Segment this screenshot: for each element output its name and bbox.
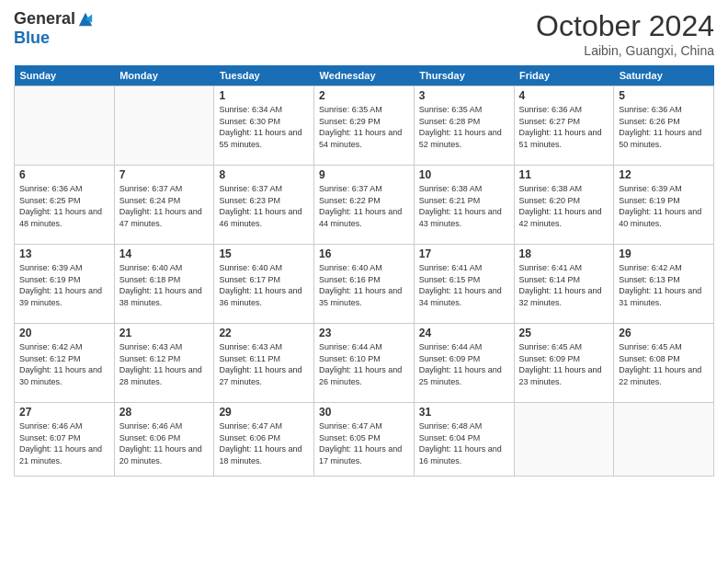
- day-info: Sunrise: 6:35 AMSunset: 6:28 PMDaylight:…: [419, 104, 509, 150]
- day-number: 27: [19, 406, 109, 419]
- day-number: 21: [119, 327, 210, 339]
- day-info: Sunrise: 6:36 AMSunset: 6:27 PMDaylight:…: [519, 104, 609, 150]
- calendar-cell: 23Sunrise: 6:44 AMSunset: 6:10 PMDayligh…: [314, 324, 415, 403]
- calendar-day-header: Tuesday: [214, 65, 314, 86]
- day-info: Sunrise: 6:40 AMSunset: 6:16 PMDaylight:…: [319, 262, 409, 308]
- day-number: 2: [319, 89, 409, 102]
- day-number: 11: [519, 168, 609, 181]
- logo-icon: [77, 11, 94, 28]
- day-number: 1: [219, 89, 309, 102]
- day-number: 3: [419, 89, 509, 102]
- calendar-day-header: Saturday: [614, 65, 714, 86]
- day-info: Sunrise: 6:46 AMSunset: 6:06 PMDaylight:…: [119, 420, 210, 466]
- day-info: Sunrise: 6:34 AMSunset: 6:30 PMDaylight:…: [219, 104, 309, 150]
- calendar-cell: 21Sunrise: 6:43 AMSunset: 6:12 PMDayligh…: [114, 324, 214, 403]
- page: General Blue October 2024 Laibin, Guangx…: [0, 0, 728, 563]
- calendar-cell: 16Sunrise: 6:40 AMSunset: 6:16 PMDayligh…: [314, 245, 415, 324]
- day-number: 29: [219, 406, 309, 419]
- day-info: Sunrise: 6:44 AMSunset: 6:10 PMDaylight:…: [319, 341, 409, 387]
- calendar-cell: 2Sunrise: 6:35 AMSunset: 6:29 PMDaylight…: [314, 86, 415, 166]
- calendar-cell: 11Sunrise: 6:38 AMSunset: 6:20 PMDayligh…: [514, 166, 614, 245]
- day-number: 17: [419, 247, 509, 260]
- calendar-cell: 13Sunrise: 6:39 AMSunset: 6:19 PMDayligh…: [15, 245, 115, 324]
- day-info: Sunrise: 6:45 AMSunset: 6:09 PMDaylight:…: [519, 341, 609, 387]
- day-info: Sunrise: 6:47 AMSunset: 6:05 PMDaylight:…: [319, 420, 409, 466]
- calendar-cell: 18Sunrise: 6:41 AMSunset: 6:14 PMDayligh…: [514, 245, 614, 324]
- day-info: Sunrise: 6:44 AMSunset: 6:09 PMDaylight:…: [419, 341, 509, 387]
- day-number: 6: [19, 168, 109, 181]
- day-info: Sunrise: 6:37 AMSunset: 6:22 PMDaylight:…: [319, 183, 409, 229]
- day-info: Sunrise: 6:38 AMSunset: 6:20 PMDaylight:…: [519, 183, 609, 229]
- day-number: 24: [419, 327, 509, 339]
- calendar-cell: 24Sunrise: 6:44 AMSunset: 6:09 PMDayligh…: [414, 324, 514, 403]
- calendar-cell: 28Sunrise: 6:46 AMSunset: 6:06 PMDayligh…: [114, 403, 214, 477]
- calendar-cell: 7Sunrise: 6:37 AMSunset: 6:24 PMDaylight…: [114, 166, 214, 245]
- calendar-cell: 30Sunrise: 6:47 AMSunset: 6:05 PMDayligh…: [314, 403, 415, 477]
- day-number: 7: [119, 168, 210, 181]
- day-number: 15: [219, 247, 309, 260]
- calendar-cell: 5Sunrise: 6:36 AMSunset: 6:26 PMDaylight…: [614, 86, 714, 166]
- calendar-header-row: SundayMondayTuesdayWednesdayThursdayFrid…: [15, 65, 714, 86]
- day-number: 30: [319, 406, 409, 419]
- calendar-cell: 25Sunrise: 6:45 AMSunset: 6:09 PMDayligh…: [514, 324, 614, 403]
- calendar-cell: 26Sunrise: 6:45 AMSunset: 6:08 PMDayligh…: [614, 324, 714, 403]
- logo-general-text: General: [14, 9, 75, 29]
- calendar-day-header: Wednesday: [314, 65, 415, 86]
- logo: General Blue: [14, 9, 94, 48]
- day-info: Sunrise: 6:36 AMSunset: 6:25 PMDaylight:…: [19, 183, 109, 229]
- calendar-cell: 27Sunrise: 6:46 AMSunset: 6:07 PMDayligh…: [15, 403, 115, 477]
- calendar-cell: 14Sunrise: 6:40 AMSunset: 6:18 PMDayligh…: [114, 245, 214, 324]
- day-number: 26: [619, 327, 709, 339]
- calendar-cell: 6Sunrise: 6:36 AMSunset: 6:25 PMDaylight…: [15, 166, 115, 245]
- calendar-cell: 22Sunrise: 6:43 AMSunset: 6:11 PMDayligh…: [214, 324, 314, 403]
- day-info: Sunrise: 6:36 AMSunset: 6:26 PMDaylight:…: [619, 104, 709, 150]
- day-info: Sunrise: 6:40 AMSunset: 6:18 PMDaylight:…: [119, 262, 210, 308]
- day-info: Sunrise: 6:48 AMSunset: 6:04 PMDaylight:…: [419, 420, 509, 466]
- day-info: Sunrise: 6:39 AMSunset: 6:19 PMDaylight:…: [619, 183, 709, 229]
- calendar-day-header: Friday: [514, 65, 614, 86]
- day-info: Sunrise: 6:40 AMSunset: 6:17 PMDaylight:…: [219, 262, 309, 308]
- calendar-cell: 15Sunrise: 6:40 AMSunset: 6:17 PMDayligh…: [214, 245, 314, 324]
- calendar-day-header: Monday: [114, 65, 214, 86]
- calendar-cell: 9Sunrise: 6:37 AMSunset: 6:22 PMDaylight…: [314, 166, 415, 245]
- day-info: Sunrise: 6:47 AMSunset: 6:06 PMDaylight:…: [219, 420, 309, 466]
- day-number: 9: [319, 168, 409, 181]
- day-info: Sunrise: 6:45 AMSunset: 6:08 PMDaylight:…: [619, 341, 709, 387]
- day-number: 4: [519, 89, 609, 102]
- calendar-cell: 17Sunrise: 6:41 AMSunset: 6:15 PMDayligh…: [414, 245, 514, 324]
- location: Laibin, Guangxi, China: [536, 43, 714, 58]
- day-info: Sunrise: 6:41 AMSunset: 6:14 PMDaylight:…: [519, 262, 609, 308]
- calendar-day-header: Thursday: [414, 65, 514, 86]
- day-info: Sunrise: 6:38 AMSunset: 6:21 PMDaylight:…: [419, 183, 509, 229]
- calendar-cell: 12Sunrise: 6:39 AMSunset: 6:19 PMDayligh…: [614, 166, 714, 245]
- day-number: 20: [19, 327, 109, 339]
- day-number: 14: [119, 247, 210, 260]
- calendar-cell: [614, 403, 714, 477]
- day-info: Sunrise: 6:46 AMSunset: 6:07 PMDaylight:…: [19, 420, 109, 466]
- day-info: Sunrise: 6:37 AMSunset: 6:23 PMDaylight:…: [219, 183, 309, 229]
- day-info: Sunrise: 6:43 AMSunset: 6:12 PMDaylight:…: [119, 341, 210, 387]
- title-area: October 2024 Laibin, Guangxi, China: [536, 9, 714, 58]
- calendar-cell: 4Sunrise: 6:36 AMSunset: 6:27 PMDaylight…: [514, 86, 614, 166]
- calendar-cell: 8Sunrise: 6:37 AMSunset: 6:23 PMDaylight…: [214, 166, 314, 245]
- calendar-cell: 10Sunrise: 6:38 AMSunset: 6:21 PMDayligh…: [414, 166, 514, 245]
- header: General Blue October 2024 Laibin, Guangx…: [14, 9, 714, 58]
- calendar-cell: 20Sunrise: 6:42 AMSunset: 6:12 PMDayligh…: [15, 324, 115, 403]
- day-number: 12: [619, 168, 709, 181]
- calendar-cell: [514, 403, 614, 477]
- day-number: 5: [619, 89, 709, 102]
- calendar-cell: 1Sunrise: 6:34 AMSunset: 6:30 PMDaylight…: [214, 86, 314, 166]
- day-info: Sunrise: 6:42 AMSunset: 6:13 PMDaylight:…: [619, 262, 709, 308]
- day-number: 13: [19, 247, 109, 260]
- day-number: 31: [419, 406, 509, 419]
- calendar-cell: 31Sunrise: 6:48 AMSunset: 6:04 PMDayligh…: [414, 403, 514, 477]
- calendar-cell: 29Sunrise: 6:47 AMSunset: 6:06 PMDayligh…: [214, 403, 314, 477]
- calendar-cell: [114, 86, 214, 166]
- day-info: Sunrise: 6:41 AMSunset: 6:15 PMDaylight:…: [419, 262, 509, 308]
- day-info: Sunrise: 6:39 AMSunset: 6:19 PMDaylight:…: [19, 262, 109, 308]
- calendar-cell: 3Sunrise: 6:35 AMSunset: 6:28 PMDaylight…: [414, 86, 514, 166]
- day-info: Sunrise: 6:43 AMSunset: 6:11 PMDaylight:…: [219, 341, 309, 387]
- day-info: Sunrise: 6:35 AMSunset: 6:29 PMDaylight:…: [319, 104, 409, 150]
- day-info: Sunrise: 6:42 AMSunset: 6:12 PMDaylight:…: [19, 341, 109, 387]
- month-title: October 2024: [536, 9, 714, 43]
